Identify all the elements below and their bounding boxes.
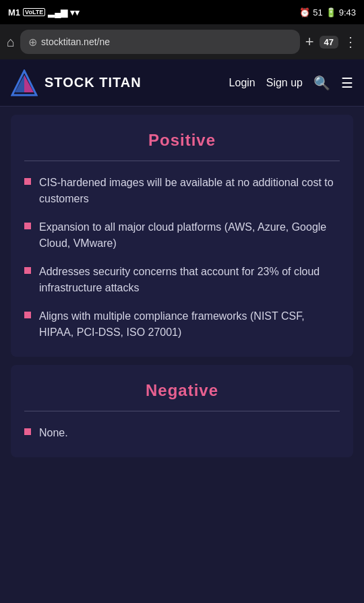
volte-badge: VoLTE bbox=[23, 8, 45, 16]
alarm-icon: ⏰ bbox=[299, 7, 310, 18]
bullet-text: Expansion to all major cloud platforms (… bbox=[39, 219, 340, 252]
positive-bullet-list: CIS-hardened images will be available at… bbox=[24, 175, 340, 341]
negative-heading: Negative bbox=[24, 381, 340, 400]
url-text: stocktitan.net/ne bbox=[41, 36, 110, 47]
positive-divider bbox=[24, 161, 340, 161]
list-item: None. bbox=[24, 425, 340, 441]
bullet-icon bbox=[24, 223, 31, 229]
main-content: Positive CIS-hardened images will be ava… bbox=[0, 107, 364, 603]
menu-icon[interactable]: ☰ bbox=[341, 75, 353, 91]
bullet-icon bbox=[24, 312, 31, 318]
bullet-icon bbox=[24, 178, 31, 185]
site-icon: ⊕ bbox=[28, 36, 37, 49]
status-right: ⏰ 51 🔋 9:43 bbox=[299, 7, 356, 18]
more-options-icon[interactable]: ⋮ bbox=[344, 34, 357, 50]
svg-marker-2 bbox=[24, 75, 34, 92]
bullet-text: None. bbox=[39, 425, 68, 441]
time-display: 9:43 bbox=[339, 7, 356, 18]
carrier-label: M1 bbox=[8, 7, 20, 18]
browser-bar: ⌂ ⊕ stocktitan.net/ne + 47 ⋮ bbox=[0, 24, 364, 59]
signup-link[interactable]: Sign up bbox=[266, 77, 303, 89]
login-link[interactable]: Login bbox=[229, 77, 255, 89]
bullet-text: Addresses security concerns that account… bbox=[39, 264, 340, 296]
brand: STOCK TITAN bbox=[11, 69, 142, 96]
negative-divider bbox=[24, 411, 340, 411]
signal-icon: ▂▄▆ bbox=[48, 7, 67, 18]
list-item: CIS-hardened images will be available at… bbox=[24, 175, 340, 207]
nav-bar: STOCK TITAN Login Sign up 🔍 ☰ bbox=[0, 59, 364, 107]
bullet-icon bbox=[24, 267, 31, 274]
url-bar[interactable]: ⊕ stocktitan.net/ne bbox=[20, 30, 300, 54]
search-icon[interactable]: 🔍 bbox=[313, 75, 330, 91]
site-title: STOCK TITAN bbox=[44, 75, 142, 90]
bullet-icon bbox=[24, 428, 31, 435]
negative-section: Negative None. bbox=[11, 365, 353, 457]
status-bar: M1 VoLTE ▂▄▆ ▾▾ ⏰ 51 🔋 9:43 bbox=[0, 0, 364, 24]
nav-actions: Login Sign up 🔍 ☰ bbox=[229, 75, 353, 91]
list-item: Addresses security concerns that account… bbox=[24, 264, 340, 296]
negative-bullet-list: None. bbox=[24, 425, 340, 441]
list-item: Aligns with multiple compliance framewor… bbox=[24, 308, 340, 341]
tab-count-badge[interactable]: 47 bbox=[320, 36, 338, 49]
battery-icon: 🔋 bbox=[326, 7, 336, 18]
battery-level: 51 bbox=[313, 7, 322, 18]
logo-icon bbox=[11, 69, 38, 96]
svg-marker-1 bbox=[15, 75, 24, 92]
new-tab-button[interactable]: + bbox=[305, 33, 314, 51]
bullet-text: CIS-hardened images will be available at… bbox=[39, 175, 340, 207]
positive-heading: Positive bbox=[24, 131, 340, 150]
wifi-icon: ▾▾ bbox=[70, 7, 80, 18]
status-left: M1 VoLTE ▂▄▆ ▾▾ bbox=[8, 7, 80, 18]
positive-section: Positive CIS-hardened images will be ava… bbox=[11, 115, 353, 357]
list-item: Expansion to all major cloud platforms (… bbox=[24, 219, 340, 252]
home-icon[interactable]: ⌂ bbox=[7, 34, 15, 50]
bullet-text: Aligns with multiple compliance framewor… bbox=[39, 308, 340, 341]
